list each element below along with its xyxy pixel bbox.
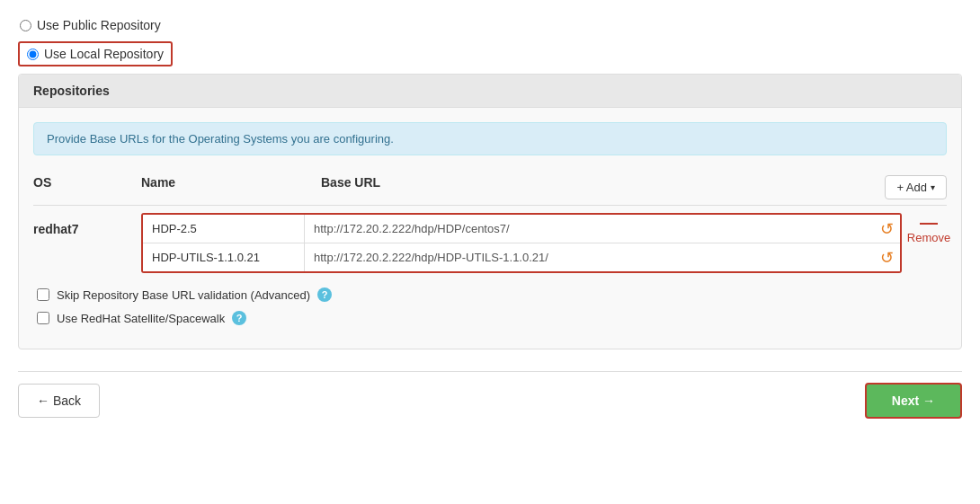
checkbox-skip[interactable] [37,288,49,301]
checkbox-skip-label: Skip Repository Base URL validation (Adv… [57,288,310,302]
next-button-label: Next → [892,393,935,408]
os-label: redhat7 [33,222,79,236]
table-header: OS Name Base URL + Add ▾ [33,170,947,206]
repositories-panel: Repositories Provide Base URLs for the O… [18,74,962,349]
add-button-label: + Add [896,181,927,194]
col-name: Name [141,175,321,199]
radio-local-text: Use Local Repository [44,47,164,61]
radio-public-row: Use Public Repository [18,14,962,36]
info-text: Provide Base URLs for the Operating Syst… [47,132,394,146]
repositories-header: Repositories [19,75,961,108]
radio-local-row: Use Local Repository [18,41,962,66]
add-button[interactable]: + Add ▾ [885,175,947,199]
radio-public-text: Use Public Repository [37,18,161,32]
radio-local[interactable] [27,49,39,60]
add-dropdown-icon: ▾ [931,182,935,192]
repo-name-1: HDP-2.5 [143,215,305,243]
add-button-container: + Add ▾ [875,175,947,199]
remove-cell: — Remove [902,213,947,244]
col-os: OS [33,175,141,199]
footer: ← Back Next → [18,371,962,419]
remove-label[interactable]: Remove [907,231,950,244]
table-row: redhat7 HDP-2.5 ↺ HDP-UTILS-1.1.0.21 ↺ —… [33,213,947,273]
repo-entry-2: HDP-UTILS-1.1.0.21 ↺ [143,243,900,271]
repo-entry-1: HDP-2.5 ↺ [143,215,900,243]
repo-refresh-icon-1[interactable]: ↺ [873,216,900,243]
checkboxes-section: Skip Repository Base URL validation (Adv… [33,287,947,325]
checkbox-satellite[interactable] [37,312,49,324]
help-icon-skip[interactable]: ? [317,287,332,302]
radio-public-label[interactable]: Use Public Repository [18,14,962,36]
repo-refresh-icon-2[interactable]: ↺ [873,244,900,271]
back-button-label: ← Back [37,393,81,408]
checkbox-satellite-row: Use RedHat Satellite/Spacewalk ? [37,311,947,325]
radio-public[interactable] [20,20,31,31]
col-url: Base URL [321,175,875,199]
remove-dash-icon[interactable]: — [920,213,938,231]
repos-cell: HDP-2.5 ↺ HDP-UTILS-1.1.0.21 ↺ [141,213,902,273]
radio-local-label[interactable]: Use Local Repository [18,41,173,66]
repo-url-input-2[interactable] [305,243,873,271]
checkbox-satellite-label: Use RedHat Satellite/Spacewalk [57,312,225,325]
back-button[interactable]: ← Back [18,384,100,418]
help-icon-satellite[interactable]: ? [232,311,246,325]
repositories-title: Repositories [33,84,110,98]
next-button[interactable]: Next → [865,383,962,419]
info-box: Provide Base URLs for the Operating Syst… [33,122,947,155]
repo-url-input-1[interactable] [305,215,873,243]
os-cell: redhat7 [33,213,141,236]
repo-name-2: HDP-UTILS-1.1.0.21 [143,243,305,271]
repositories-body: Provide Base URLs for the Operating Syst… [19,108,961,349]
checkbox-skip-row: Skip Repository Base URL validation (Adv… [37,287,947,302]
